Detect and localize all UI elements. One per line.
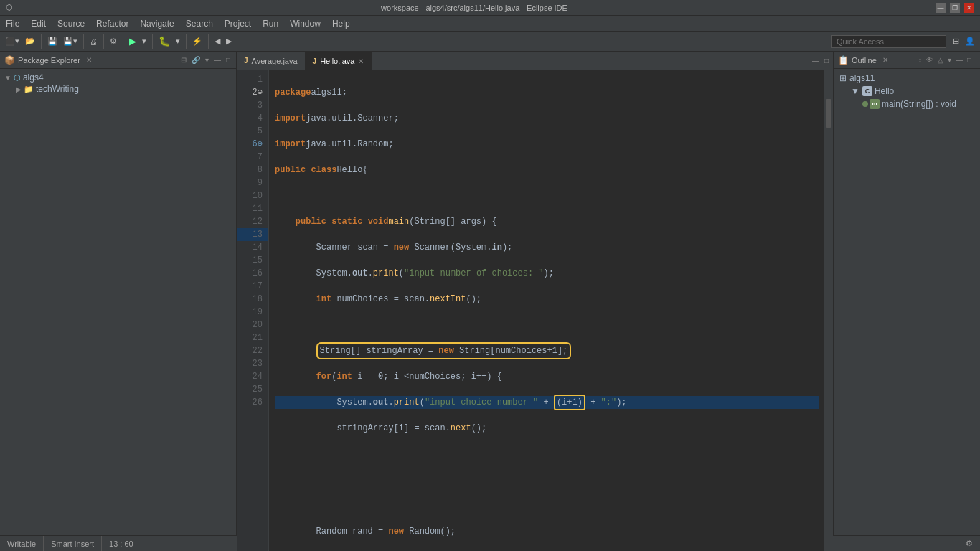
toolbar-separator-5 xyxy=(152,34,153,49)
view-menu-button[interactable]: ▾ xyxy=(204,55,210,65)
outline-panel: 📋 Outline ✕ ↕ 👁 △ ▾ — □ ⊞ algs11 ▼ C Hel… xyxy=(833,52,980,535)
ln-14: 14 xyxy=(237,241,268,254)
package-explorer-icon: 📦 xyxy=(4,55,15,65)
menu-run[interactable]: Run xyxy=(257,17,284,30)
menu-window[interactable]: Window xyxy=(284,17,326,30)
editor-scrollbar-v[interactable] xyxy=(824,70,833,551)
titlebar: ⬡ workspace - algs4/src/algs11/Hello.jav… xyxy=(0,0,980,16)
debug-dropdown[interactable]: ▾ xyxy=(174,35,182,47)
maximize-panel-button[interactable]: □ xyxy=(225,55,232,65)
outline-algs11-label: algs11 xyxy=(849,73,875,83)
ln-4: 4 xyxy=(237,112,268,125)
run-button[interactable]: ▶ xyxy=(127,34,138,48)
ln-8: 8 xyxy=(237,164,268,176)
menu-help[interactable]: Help xyxy=(326,17,356,30)
ln-6: 6⊖ xyxy=(237,138,268,151)
outline-main-label: main(String[]) : void xyxy=(882,99,956,109)
outline-hide-btn[interactable]: 👁 xyxy=(925,55,935,65)
package-explorer-header: 📦 Package Explorer ✕ ⊟ 🔗 ▾ — □ xyxy=(0,52,236,69)
menu-search[interactable]: Search xyxy=(180,17,219,30)
ln-21: 21 xyxy=(237,331,268,344)
outline-hello-label: Hello xyxy=(875,86,894,96)
outline-filter-btn[interactable]: △ xyxy=(936,55,945,65)
menu-edit[interactable]: Edit xyxy=(25,17,52,30)
save-all-button[interactable]: 💾▾ xyxy=(61,35,80,47)
run-dropdown[interactable]: ▾ xyxy=(140,35,149,47)
minimize-panel-button[interactable]: — xyxy=(212,55,222,65)
debug-button[interactable]: 🐛 xyxy=(156,34,172,48)
package-tree: ▼ ⬡ algs4 ▶ 📁 techWriting xyxy=(0,69,236,535)
package-explorer-title: Package Explorer xyxy=(18,56,80,65)
position-text: 13 : 60 xyxy=(109,540,133,548)
close-button[interactable]: ✕ xyxy=(964,3,974,13)
outline-hello-class[interactable]: ▼ C Hello xyxy=(837,85,977,98)
save-button[interactable]: 💾 xyxy=(45,35,60,47)
ln-26: 26 xyxy=(237,396,268,409)
ln-9: 9 xyxy=(237,176,268,189)
quick-access-input[interactable] xyxy=(831,35,946,48)
outline-actions: ↕ 👁 △ ▾ — □ xyxy=(914,55,976,65)
main-layout: 📦 Package Explorer ✕ ⊟ 🔗 ▾ — □ ▼ ⬡ algs4… xyxy=(0,52,980,535)
status-insert-mode: Smart Insert xyxy=(44,536,102,551)
toolbar-separator-7 xyxy=(208,34,209,49)
perspectives-button[interactable]: ⊞ xyxy=(951,35,961,47)
new-button[interactable]: ⬛▾ xyxy=(3,35,22,47)
nav-forward-button[interactable]: ▶ xyxy=(224,35,234,47)
menu-file[interactable]: File xyxy=(0,17,25,30)
editor-maximize-controls: — □ xyxy=(808,52,833,70)
outline-more-btn[interactable]: ▾ xyxy=(946,55,953,65)
nav-back-button[interactable]: ◀ xyxy=(212,35,222,47)
outline-algs11[interactable]: ⊞ algs11 xyxy=(837,72,977,85)
collapse-all-button[interactable]: ⊟ xyxy=(179,55,188,65)
menu-project[interactable]: Project xyxy=(219,17,257,30)
status-extra-icon: ⚙ xyxy=(966,539,973,548)
print-button[interactable]: 🖨 xyxy=(88,36,100,47)
code-line-1: package algs11; xyxy=(275,86,819,99)
code-line-3: import java.util.Random; xyxy=(275,138,819,151)
ln-12: 12 xyxy=(237,215,268,228)
ln-1: 1 xyxy=(237,73,268,86)
status-writable: Writable xyxy=(0,536,44,551)
tree-item-algs4[interactable]: ▼ ⬡ algs4 xyxy=(3,72,233,83)
menu-navigate[interactable]: Navigate xyxy=(134,17,179,30)
ln-10: 10 xyxy=(237,189,268,202)
editor-minimize-btn[interactable]: — xyxy=(811,56,821,65)
minimize-button[interactable]: — xyxy=(936,3,946,13)
tree-item-techwriting[interactable]: ▶ 📁 techWriting xyxy=(3,83,233,95)
code-line-16 xyxy=(275,474,819,486)
close-tab-icon[interactable]: ✕ xyxy=(358,57,364,65)
folder-icon: 📁 xyxy=(24,85,34,94)
outline-maximize-btn[interactable]: □ xyxy=(966,55,973,65)
ln-25: 25 xyxy=(237,383,268,396)
scroll-thumb-vertical xyxy=(826,99,831,128)
toolbar-separator-6 xyxy=(186,34,187,49)
menu-source[interactable]: Source xyxy=(52,17,90,30)
open-perspective-button[interactable]: 👤 xyxy=(963,35,977,47)
menu-refactor[interactable]: Refactor xyxy=(90,17,134,30)
ext-tools-button[interactable]: ⚡ xyxy=(190,35,204,47)
code-line-7: Scanner scan = new Scanner(System.in); xyxy=(275,241,819,254)
link-editor-button[interactable]: 🔗 xyxy=(190,55,202,65)
package-explorer-close-icon[interactable]: ✕ xyxy=(86,56,92,64)
outline-minimize-btn[interactable]: — xyxy=(954,55,964,65)
properties-button[interactable]: ⚙ xyxy=(108,35,119,47)
tab-hello-java[interactable]: J Hello.java ✕ xyxy=(306,52,372,70)
outline-main-method[interactable]: m main(String[]) : void xyxy=(837,98,977,110)
toolbar-separator-1 xyxy=(41,34,42,49)
ln-16: 16 xyxy=(237,267,268,280)
status-position: 13 : 60 xyxy=(102,536,141,551)
ln-17: 17 xyxy=(237,280,268,293)
tab-average-java[interactable]: J Average.java xyxy=(237,52,306,70)
code-line-11: String[] stringArray = new String[numCho… xyxy=(275,344,819,357)
outline-sort-btn[interactable]: ↕ xyxy=(917,55,923,65)
ln-20: 20 xyxy=(237,319,268,331)
code-line-5 xyxy=(275,189,819,202)
outline-title: Outline xyxy=(852,56,877,65)
editor-maximize-btn[interactable]: □ xyxy=(823,56,830,65)
package-explorer-actions: ⊟ 🔗 ▾ — □ xyxy=(179,55,232,65)
ln-2: 2⊖ xyxy=(237,86,268,99)
open-button[interactable]: 📂 xyxy=(23,35,37,47)
code-content[interactable]: package algs11; import java.util.Scanner… xyxy=(269,70,824,551)
maximize-button[interactable]: ❐ xyxy=(950,3,960,13)
outline-close-icon[interactable]: ✕ xyxy=(882,56,888,64)
